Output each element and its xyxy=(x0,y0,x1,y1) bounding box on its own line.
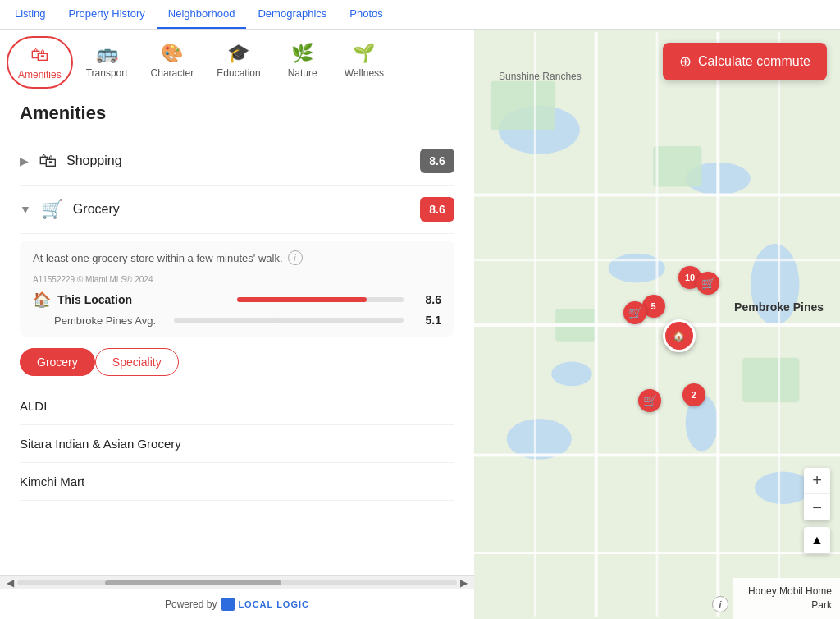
store-item-sitara[interactable]: Sitara Indian & Asian Grocery xyxy=(20,425,454,463)
map-panel: ⊕ Calculate commute Sunshine Ranches Pem… xyxy=(474,30,840,619)
sub-tab-speciality[interactable]: Speciality xyxy=(95,348,179,376)
sub-tab-grocery[interactable]: Grocery xyxy=(20,348,95,376)
avg-bar-fill xyxy=(174,318,277,323)
cat-tab-amenities-label: Amenities xyxy=(18,69,62,80)
zoom-out-button[interactable]: − xyxy=(804,494,830,520)
shopping-icon: 🛍 xyxy=(39,150,57,172)
svg-point-5 xyxy=(551,362,592,387)
wellness-icon: 🌱 xyxy=(353,43,375,64)
svg-rect-12 xyxy=(742,358,799,403)
this-location-score: 8.6 xyxy=(417,293,441,306)
amenities-icon: 🛍 xyxy=(30,44,48,66)
copyright-text: A11552229 © Miami MLS® 2024 xyxy=(33,275,441,284)
cat-tab-education[interactable]: 🎓 Education xyxy=(207,36,270,89)
store-item-kimchi[interactable]: Kimchi Mart xyxy=(20,463,454,501)
tab-neighborhood[interactable]: Neighborhood xyxy=(157,0,247,29)
cat-tab-character-label: Character xyxy=(151,67,194,79)
avg-score: 5.1 xyxy=(417,314,441,327)
shopping-row[interactable]: ▶ 🛍 Shopping 8.6 xyxy=(20,137,454,186)
map-background[interactable]: ⊕ Calculate commute Sunshine Ranches Pem… xyxy=(474,30,840,619)
ll-logo-square xyxy=(221,598,235,611)
nature-icon: 🌿 xyxy=(291,43,313,64)
zoom-controls: + − xyxy=(804,468,830,520)
home-location-icon: 🏠 xyxy=(33,291,51,309)
cat-tab-wellness[interactable]: 🌱 Wellness xyxy=(335,36,394,89)
svg-rect-10 xyxy=(653,146,701,187)
grocery-icon: 🛒 xyxy=(41,199,63,220)
cat-tab-transport-label: Transport xyxy=(86,67,128,79)
grocery-info-icon[interactable]: i xyxy=(288,250,303,265)
cat-tab-amenities[interactable]: 🛍 Amenities xyxy=(7,36,73,89)
horizontal-scrollbar[interactable]: ◀ ▶ xyxy=(0,575,474,589)
powered-by: Powered by LOCAL LOGIC xyxy=(0,589,474,619)
cat-tab-nature-label: Nature xyxy=(288,67,317,79)
transport-icon: 🚌 xyxy=(96,43,118,64)
education-icon: 🎓 xyxy=(227,43,249,64)
this-location-label: This Location xyxy=(57,293,224,306)
shopping-label: Shopping xyxy=(66,154,420,168)
store-list: ALDI Sitara Indian & Asian Grocery Kimch… xyxy=(20,387,454,501)
top-nav: Listing Property History Neighborhood De… xyxy=(0,0,840,30)
map-svg xyxy=(474,30,840,619)
scroll-right-arrow[interactable]: ▶ xyxy=(457,577,471,589)
this-location-bar-fill xyxy=(237,297,367,302)
map-info-button[interactable]: i xyxy=(712,596,728,612)
grocery-row[interactable]: ▼ 🛒 Grocery 8.6 xyxy=(20,186,454,234)
svg-point-8 xyxy=(755,471,811,504)
cart-marker-2[interactable]: 🛒 xyxy=(696,272,719,295)
honey-hill-label: Honey Mobil Home Park xyxy=(733,578,840,619)
calc-commute-label: Calculate commute xyxy=(698,54,810,69)
tab-photos[interactable]: Photos xyxy=(338,0,394,29)
sub-tabs: Grocery Speciality xyxy=(20,348,454,376)
svg-rect-9 xyxy=(491,81,555,130)
cat-tab-transport[interactable]: 🚌 Transport xyxy=(76,36,138,89)
avg-label: Pembroke Pines Avg. xyxy=(54,314,161,327)
category-tabs: 🛍 Amenities 🚌 Transport 🎨 Character 🎓 Ed… xyxy=(0,30,474,89)
scroll-left-arrow[interactable]: ◀ xyxy=(3,577,17,589)
zoom-in-button[interactable]: + xyxy=(804,468,830,494)
svg-point-6 xyxy=(507,419,572,460)
cat-tab-character[interactable]: 🎨 Character xyxy=(141,36,204,89)
ll-logo-text: LOCAL LOGIC xyxy=(238,599,309,609)
commute-icon: ⊕ xyxy=(679,53,692,71)
svg-point-4 xyxy=(751,244,799,325)
calculate-commute-button[interactable]: ⊕ Calculate commute xyxy=(663,43,827,80)
store-item-aldi[interactable]: ALDI xyxy=(20,387,454,425)
this-location-row: 🏠 This Location 8.6 xyxy=(33,291,441,309)
scroll-thumb[interactable] xyxy=(105,580,281,585)
avg-bar-bg xyxy=(174,318,404,323)
scroll-track[interactable] xyxy=(17,580,457,585)
powered-by-text: Powered by xyxy=(165,598,217,610)
shopping-chevron: ▶ xyxy=(20,154,29,167)
character-icon: 🎨 xyxy=(161,43,183,64)
grocery-note: At least one grocery store within a few … xyxy=(33,250,441,265)
this-location-bar-container xyxy=(237,297,404,302)
grocery-label: Grocery xyxy=(73,202,420,217)
marker-2[interactable]: 2 xyxy=(682,383,705,406)
grocery-score: 8.6 xyxy=(420,197,454,222)
shopping-score: 8.6 xyxy=(420,149,454,173)
section-title: Amenities xyxy=(20,103,454,124)
compass-button[interactable]: ▲ xyxy=(804,527,830,553)
grocery-detail: At least one grocery store within a few … xyxy=(20,241,454,337)
home-marker[interactable]: 🏠 xyxy=(663,319,696,352)
local-logic-logo: LOCAL LOGIC xyxy=(221,598,309,611)
panel-scroll: Amenities ▶ 🛍 Shopping 8.6 ▼ 🛒 Grocery 8… xyxy=(0,89,474,575)
avg-bar-container xyxy=(174,318,404,323)
cart-marker-1[interactable]: 🛒 xyxy=(623,301,646,324)
cat-tab-nature[interactable]: 🌿 Nature xyxy=(274,36,331,89)
cat-tab-wellness-label: Wellness xyxy=(345,67,384,79)
avg-row: Pembroke Pines Avg. 5.1 xyxy=(33,314,441,327)
cat-tab-education-label: Education xyxy=(217,67,260,79)
tab-listing[interactable]: Listing xyxy=(3,0,57,29)
this-location-bar-bg xyxy=(237,297,404,302)
tab-demographics[interactable]: Demographics xyxy=(246,0,338,29)
cart-marker-3[interactable]: 🛒 xyxy=(638,389,661,412)
tab-property-history[interactable]: Property History xyxy=(57,0,157,29)
grocery-chevron: ▼ xyxy=(20,203,31,216)
